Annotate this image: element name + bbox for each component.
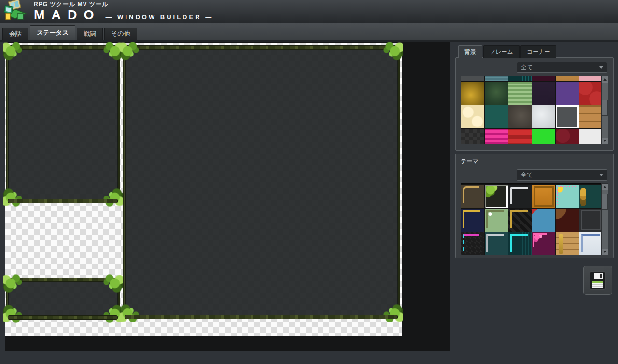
texture-swatch-white-marble[interactable] [532,105,555,128]
vine-corner-decoration [97,42,123,63]
theme-swatch-amber-wood[interactable] [532,185,555,208]
background-panel-tabs: 背景フレームコーナー [455,45,614,58]
texture-swatch-red-damask[interactable] [579,82,601,105]
theme-swatch-paper-blue[interactable] [579,232,601,255]
texture-swatch-wood-light[interactable] [556,76,579,81]
texture-swatch-dark-red-damask[interactable] [556,129,579,144]
theme-scrollbar[interactable] [601,183,608,255]
background-panel-tab-1[interactable]: 背景 [458,45,482,58]
texture-swatch-teal-solid[interactable] [485,105,508,128]
theme-filter-dropdown[interactable]: 全て [517,169,607,181]
theme-grid [461,183,601,255]
theme-swatch-teal-silver[interactable] [485,232,508,255]
vine-corner-decoration [120,302,146,323]
texture-filter-value: 全て [521,63,533,71]
theme-swatch-maroon-leather[interactable] [556,209,579,232]
vine-corner-decoration [3,274,29,295]
theme-corner-preview [556,209,566,219]
texture-filter-dropdown[interactable]: 全て [517,62,607,73]
scroll-down-button[interactable] [602,249,608,255]
theme-swatch-cyan-neon-grid[interactable] [508,232,532,255]
theme-swatch-brown-classic[interactable] [461,185,484,208]
vine-corner-decoration [377,302,403,323]
main-tab-1[interactable]: 会話 [2,28,28,40]
theme-swatch-cyan-dots-star[interactable] [556,185,579,208]
texture-swatch-dark-gray[interactable] [461,76,484,81]
texture-swatch-gray-plain[interactable] [556,105,579,128]
vine-corner-decoration [97,274,123,295]
texture-swatch-dark-maroon[interactable] [532,76,555,81]
scroll-down-button[interactable] [602,138,608,144]
theme-swatch-navy-gold[interactable] [461,209,484,232]
triangle-up-icon [603,78,607,81]
theme-swatch-silver-ornate[interactable] [508,185,532,208]
theme-swatch-black-diamond-gold[interactable] [508,209,532,232]
app-title: MADO [34,8,101,22]
texture-swatch-forest-green[interactable] [485,82,508,105]
texture-grid [461,76,601,144]
theme-filter-value: 全て [521,171,533,179]
scrollbar-thumb[interactable] [602,100,608,116]
theme-swatch-teal-gold-scroll[interactable] [579,185,601,208]
theme-corner-preview [510,210,528,228]
texture-swatch-purple[interactable] [556,82,579,105]
title-bar: RPG ツクール MV ツール MADO — WINDOW BUILDER — [0,0,618,23]
theme-corner-preview [534,186,554,207]
texture-swatch-magenta-stripes[interactable] [485,129,508,144]
chevron-down-icon [599,66,603,69]
save-button[interactable] [583,266,612,295]
gold-window[interactable] [6,278,120,319]
app-title-suffix: — WINDOW BUILDER — [106,14,214,21]
background-panel-tab-2[interactable]: フレーム [483,45,520,58]
theme-swatch-charcoal-simple[interactable] [579,209,601,232]
vine-corner-decoration [3,42,29,63]
theme-swatch-neon-magenta-cyan[interactable] [461,232,484,255]
main-tab-2[interactable]: ステータス [30,25,75,40]
texture-swatch-cream-pattern[interactable] [461,105,484,128]
theme-corner-preview [533,233,547,247]
vine-corner-decoration [3,186,29,207]
texture-swatch-gold-clouds[interactable] [461,82,484,105]
scroll-up-button[interactable] [602,76,608,83]
texture-swatch-blue-stripes[interactable] [485,76,508,81]
theme-corner-preview [557,186,576,205]
window-preview-canvas[interactable] [5,43,402,336]
theme-corner-preview [580,188,586,206]
texture-swatch-teal-grid[interactable] [508,76,532,81]
main-tab-3[interactable]: 戦闘 [77,28,103,40]
canvas-viewport [5,42,450,351]
theme-swatch-wood-planks-gold[interactable] [556,232,579,255]
vine-corner-decoration [377,42,403,63]
theme-corner-preview [510,234,528,252]
scrollbar-thumb[interactable] [602,194,608,210]
floppy-disk-icon [590,271,606,290]
theme-swatch-sage-green[interactable] [485,209,508,232]
vine-corner-decoration [97,186,123,207]
texture-swatch-wood-planks[interactable] [579,105,601,128]
triangle-down-icon [603,251,607,253]
theme-swatch-pink-ornate[interactable] [532,232,555,255]
texture-swatch-bright-green[interactable] [532,129,555,144]
chevron-down-icon [599,174,603,176]
theme-corner-preview [463,186,479,203]
triangle-up-icon [603,186,607,188]
texture-scrollbar[interactable] [601,76,608,144]
texture-swatch-snow-white[interactable] [579,129,601,144]
texture-swatch-dark-plum[interactable] [532,82,555,105]
status-window[interactable] [123,46,400,319]
background-panel-tab-3[interactable]: コーナー [520,45,557,58]
texture-swatch-dark-checker[interactable] [461,129,484,144]
menu-command-window[interactable] [6,46,120,203]
texture-swatch-pale-blue[interactable] [579,76,601,81]
background-panel: 背景フレームコーナー 全て [455,45,614,151]
texture-swatch-green-stripes[interactable] [508,82,532,105]
theme-swatch-green-plant[interactable] [485,185,508,208]
texture-swatch-dark-stone[interactable] [508,105,532,128]
theme-corner-preview [463,234,479,251]
scroll-up-button[interactable] [602,184,608,190]
main-tab-4[interactable]: その他 [104,28,137,40]
theme-corner-preview [510,187,528,204]
texture-swatch-red-stripes[interactable] [508,129,532,144]
theme-swatch-steel-blue[interactable] [532,209,555,232]
theme-panel-body: テーマ 全て [455,154,614,258]
